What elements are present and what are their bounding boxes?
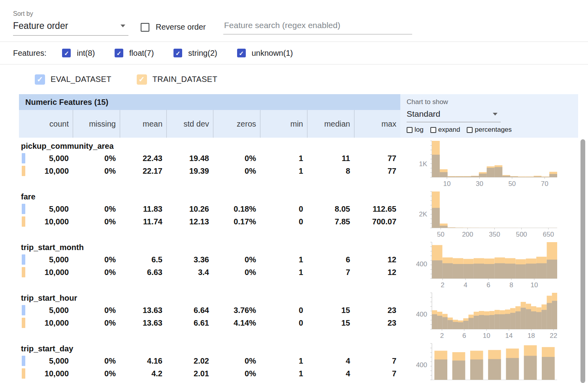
zeros-value: 0% (213, 167, 260, 176)
std_dev-value: 19.39 (166, 167, 213, 176)
column-header-min: min (260, 110, 307, 138)
checkbox-unchecked-icon[interactable] (467, 127, 473, 133)
count-value: 10,000 (19, 319, 73, 328)
sort-by-select[interactable]: Feature order (13, 21, 128, 36)
checkbox-checked-icon[interactable] (137, 74, 147, 85)
min-value: 0 (260, 217, 307, 226)
feature-search-input[interactable] (223, 19, 412, 34)
column-header-std-dev: std dev (166, 110, 213, 138)
max-value: 12 (354, 255, 400, 264)
svg-text:2K: 2K (419, 210, 427, 218)
zeros-value: 0.17% (213, 217, 260, 226)
filter-label: float(7) (129, 49, 154, 58)
checkbox-unchecked-icon[interactable] (430, 127, 436, 133)
features-table: Numeric Features (15) countmissingmeanst… (19, 94, 578, 383)
feature-list: pickup_community_area5,0000%22.4319.480%… (19, 138, 400, 383)
vertical-scrollbar[interactable] (580, 139, 585, 383)
toggle-log[interactable]: log (407, 126, 424, 134)
missing-value: 0% (73, 205, 120, 214)
filter-float[interactable]: float(7) (115, 49, 154, 58)
min-value: 1 (260, 268, 307, 277)
count-value: 10,000 (19, 268, 73, 277)
std_dev-value: 6.61 (166, 319, 213, 328)
filter-int[interactable]: int(8) (62, 49, 95, 58)
column-header-max: max (354, 110, 400, 138)
max-value: 112.65 (354, 205, 400, 214)
min-value: 1 (260, 369, 307, 378)
filter-string[interactable]: string(2) (173, 49, 217, 58)
zeros-value: 0% (213, 268, 260, 277)
feature-name: fare (19, 191, 400, 203)
svg-text:50: 50 (437, 231, 445, 238)
count-value: 5,000 (19, 255, 73, 264)
dataset-toggle-train_dataset[interactable]: TRAIN_DATASET (137, 74, 217, 85)
svg-text:30: 30 (476, 180, 483, 188)
toggle-expand[interactable]: expand (430, 126, 460, 134)
feature-name: trip_start_day (19, 343, 400, 355)
checkbox-unchecked-icon[interactable] (407, 127, 413, 133)
checkbox-checked-icon[interactable] (237, 49, 246, 57)
svg-text:6: 6 (462, 332, 466, 339)
chart-to-show-label: Chart to show (407, 98, 578, 106)
count-value: 5,000 (19, 356, 73, 366)
zeros-value: 4.14% (213, 319, 260, 328)
checkbox-unchecked-icon[interactable] (141, 23, 149, 32)
count-value: 5,000 (19, 306, 73, 315)
svg-text:350: 350 (489, 231, 500, 238)
feature-name: trip_start_hour (19, 292, 400, 304)
svg-text:50: 50 (508, 180, 516, 188)
max-value: 7 (354, 369, 400, 378)
checkbox-checked-icon[interactable] (62, 49, 71, 57)
median-value: 8.05 (307, 205, 354, 214)
missing-value: 0% (73, 306, 120, 315)
median-value: 8 (307, 167, 354, 176)
svg-text:22: 22 (550, 332, 557, 339)
mean-value: 11.74 (120, 217, 166, 226)
dataset-label: EVAL_DATASET (51, 75, 111, 84)
svg-text:2: 2 (441, 281, 444, 289)
feature-type-filters: Features: int(8)float(7)string(2)unknown… (0, 42, 588, 64)
checkbox-checked-icon[interactable] (115, 49, 123, 57)
median-value: 7.85 (307, 217, 354, 226)
max-value: 7 (354, 356, 400, 366)
zeros-value: 0.18% (213, 205, 260, 214)
feature-name: trip_start_month (19, 241, 400, 253)
count-value: 5,000 (19, 205, 73, 214)
max-value: 77 (354, 167, 400, 176)
zeros-value: 0% (213, 154, 260, 163)
filter-unknown[interactable]: unknown(1) (237, 49, 293, 58)
mean-value: 4.2 (120, 369, 166, 378)
max-value: 23 (354, 319, 400, 328)
toggle-percentages[interactable]: percentages (467, 126, 512, 134)
std_dev-value: 6.64 (166, 306, 213, 315)
svg-text:14: 14 (505, 332, 513, 339)
median-value: 6 (307, 255, 354, 264)
column-header-mean: mean (120, 110, 166, 138)
checkbox-checked-icon[interactable] (173, 49, 182, 57)
stats-row-train_dataset: 10,0000%4.22.010%147 (19, 367, 400, 380)
median-value: 15 (307, 319, 354, 328)
svg-text:10: 10 (483, 332, 490, 339)
toggle-label: expand (438, 126, 460, 134)
zeros-value: 3.76% (213, 306, 260, 315)
stats-row-eval_dataset: 5,0000%22.4319.480%11177 (19, 152, 400, 165)
feature-name: pickup_community_area (19, 140, 400, 152)
svg-text:400: 400 (416, 361, 427, 369)
dataset-toggle-eval_dataset[interactable]: EVAL_DATASET (35, 74, 111, 85)
chart-type-select[interactable]: Standard (407, 107, 501, 122)
eval-color-chip (22, 204, 25, 214)
min-value: 1 (260, 255, 307, 264)
histogram-trip_start_hour: 4002610141822 (400, 290, 578, 340)
chart-toggles: logexpandpercentages (407, 126, 578, 134)
checkbox-checked-icon[interactable] (35, 74, 45, 85)
missing-value: 0% (73, 369, 120, 378)
svg-text:4: 4 (464, 281, 467, 289)
svg-text:200: 200 (462, 231, 473, 238)
eval-color-chip (22, 356, 25, 366)
median-value: 4 (307, 369, 354, 378)
count-value: 5,000 (19, 154, 73, 163)
table-title: Numeric Features (15) (19, 94, 400, 110)
max-value: 77 (354, 154, 400, 163)
charts-column: 1K103050702K5020035050065040024681040026… (400, 138, 578, 383)
reverse-order-toggle[interactable]: Reverse order (141, 23, 206, 32)
